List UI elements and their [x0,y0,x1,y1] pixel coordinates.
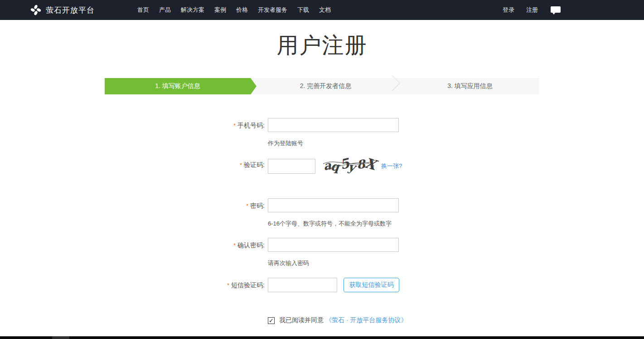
captcha-text: aq5y8X [323,161,376,168]
form-row-agreement: 我已阅读并同意 《萤石 · 开放平台服务协议》 [105,316,539,324]
step-separator-chevron-icon [384,75,400,91]
step-1-account-info: 1. 填写账户信息 [105,78,251,94]
step-2-label: 2. 完善开发者信息 [300,82,352,90]
confirm-password-label: 确认密码: [237,241,265,249]
nav-solutions[interactable]: 解决方案 [181,6,204,14]
registration-steps: 1. 填写账户信息 2. 完善开发者信息 3. 填写应用信息 [105,78,539,94]
brand-name: 萤石开放平台 [46,5,95,15]
step-1-label: 1. 填写账户信息 [155,82,200,90]
agreement-checkbox[interactable] [268,317,275,324]
bottom-screen-edge [0,336,644,339]
required-asterisk: * [227,282,229,289]
password-hint: 6-16个字母、数字或符号，不能全为字母或数字 [268,220,399,228]
step-3-label: 3. 填写应用信息 [447,82,493,90]
main-nav: 首页 产品 解决方案 案例 价格 开发者服务 下载 文档 [137,6,341,14]
required-asterisk: * [240,162,242,168]
register-link[interactable]: 注册 [526,6,538,14]
auth-links: 登录 注册 [491,6,561,14]
sms-code-input[interactable] [268,278,337,292]
required-asterisk: * [233,122,236,129]
nav-download[interactable]: 下载 [297,6,309,14]
get-sms-code-button[interactable]: 获取短信验证码 [344,278,399,292]
captcha-image[interactable]: aq5y8X [322,156,376,173]
service-agreement-link[interactable]: 《萤石 · 开放平台服务协议》 [325,316,407,324]
captcha-label: 验证码: [244,161,265,168]
brand-logo-icon [30,4,42,16]
nav-cases[interactable]: 案例 [214,6,226,14]
nav-products[interactable]: 产品 [159,6,171,14]
form-row-phone: *手机号码: 作为登陆账号 [105,118,539,147]
step-3-app-info: 3. 填写应用信息 [401,78,539,94]
required-asterisk: * [233,242,236,249]
nav-pricing[interactable]: 价格 [236,6,248,14]
phone-input[interactable] [268,118,399,132]
brand[interactable]: 萤石开放平台 [30,4,95,16]
form-row-sms-code: *短信验证码: 获取短信验证码 [105,278,539,292]
agreement-text: 我已阅读并同意 [279,316,324,324]
top-navbar: 萤石开放平台 首页 产品 解决方案 案例 价格 开发者服务 下载 文档 登录 注… [0,0,644,20]
password-label: 密码: [250,202,265,209]
confirm-password-input[interactable] [268,238,399,252]
phone-hint: 作为登陆账号 [268,139,399,147]
chat-bubble-icon[interactable] [551,6,561,14]
form-row-captcha: *验证码: aq5y8X 换一张? [105,157,539,175]
confirm-password-hint: 请再次输入密码 [268,259,399,267]
registration-form: *手机号码: 作为登陆账号 *验证码: aq5y8X 换一张? *密码: [105,118,539,339]
password-input[interactable] [268,198,399,212]
page-title: 用户注册 [0,31,644,60]
nav-developer-services[interactable]: 开发者服务 [258,6,287,14]
form-row-confirm-password: *确认密码: 请再次输入密码 [105,238,539,267]
required-asterisk: * [246,202,248,209]
nav-docs[interactable]: 文档 [319,6,331,14]
captcha-refresh-link[interactable]: 换一张? [381,162,402,170]
captcha-input[interactable] [268,159,315,174]
nav-home[interactable]: 首页 [137,6,149,14]
step-2-developer-info: 2. 完善开发者信息 [251,78,401,94]
login-link[interactable]: 登录 [503,6,514,14]
form-row-password: *密码: 6-16个字母、数字或符号，不能全为字母或数字 [105,198,539,228]
sms-code-label: 短信验证码: [231,281,265,289]
phone-label: 手机号码: [237,122,265,129]
